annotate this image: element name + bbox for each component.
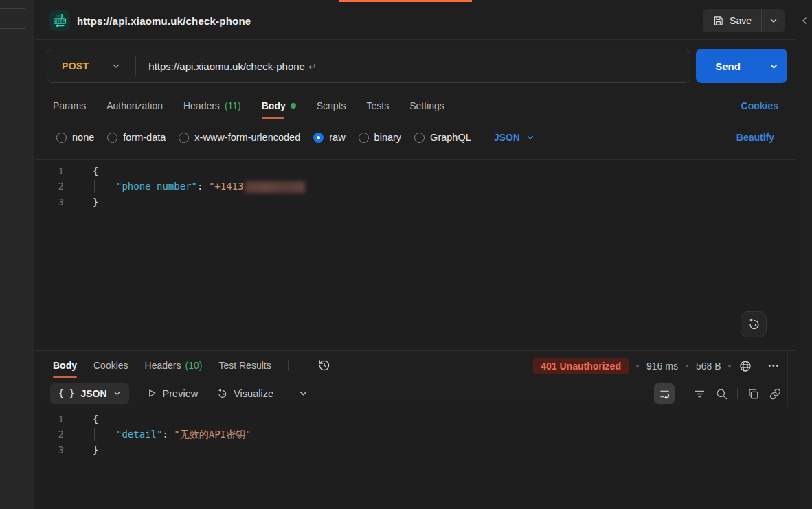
- search-icon: [715, 387, 728, 400]
- status-badge[interactable]: 401 Unauthorized: [533, 358, 629, 374]
- method-selector[interactable]: POST: [47, 60, 135, 71]
- code-line: 2 "phone_number": "+1413: [35, 179, 796, 194]
- chevron-down-icon: [299, 389, 308, 398]
- copy-button[interactable]: [747, 387, 760, 400]
- right-sidebar-rail: [796, 0, 812, 509]
- line-number: 3: [35, 194, 74, 210]
- dot-separator: [636, 365, 639, 367]
- tab-authorization[interactable]: Authorization: [106, 91, 163, 120]
- history-clock-icon: [317, 359, 331, 372]
- radio-icon: [414, 133, 425, 143]
- response-header: Body Cookies Headers(10) Test Results 40…: [35, 350, 796, 380]
- send-split-button: Send: [696, 49, 787, 83]
- globe-icon: [738, 359, 752, 373]
- http-request-icon: HTTP: [49, 10, 70, 31]
- link-icon: [769, 387, 782, 400]
- request-url-row: POST https://api.xiaomu.uk/check-phone↵ …: [35, 49, 796, 83]
- tab-params[interactable]: Params: [53, 91, 86, 120]
- filter-icon: [693, 387, 706, 400]
- url-input[interactable]: https://api.xiaomu.uk/check-phone↵: [136, 60, 316, 72]
- search-button[interactable]: [715, 387, 728, 400]
- line-number: 1: [35, 411, 74, 427]
- response-tab-body[interactable]: Body: [53, 351, 77, 380]
- app-window: HTTP https://api.xiaomu.uk/check-phone S…: [0, 0, 812, 509]
- radio-selected-icon: [313, 133, 324, 143]
- send-options-button[interactable]: [760, 49, 787, 83]
- tab-tests[interactable]: Tests: [367, 91, 390, 120]
- request-pane: HTTP https://api.xiaomu.uk/check-phone S…: [35, 0, 796, 509]
- chevron-down-icon: [769, 62, 778, 71]
- chevron-down-icon: [769, 16, 778, 25]
- network-info-button[interactable]: [738, 359, 752, 373]
- sidebar-partial-item[interactable]: [0, 8, 27, 29]
- divider: [737, 388, 738, 399]
- body-type-selector: none form-data x-www-form-urlencoded raw…: [35, 124, 796, 151]
- body-type-urlencoded[interactable]: x-www-form-urlencoded: [179, 132, 300, 143]
- save-icon: [712, 15, 724, 27]
- active-workspace-tab-indicator: [339, 0, 472, 2]
- tab-body[interactable]: Body: [262, 91, 296, 120]
- response-meta: 401 Unauthorized 916 ms 568 B •••: [533, 351, 780, 381]
- divider: [288, 360, 289, 371]
- tab-scripts[interactable]: Scripts: [317, 91, 346, 120]
- filter-button[interactable]: [693, 387, 706, 400]
- divider: [760, 361, 760, 372]
- response-tabs: Body Cookies Headers(10) Test Results: [35, 351, 331, 380]
- save-options-button[interactable]: [761, 9, 785, 32]
- response-tab-test-results[interactable]: Test Results: [218, 351, 271, 380]
- body-type-none[interactable]: none: [56, 132, 94, 143]
- response-toolbar: { } JSON Preview Visualize: [35, 380, 796, 407]
- divider: [684, 388, 684, 399]
- response-body-editor[interactable]: 1 { 2 "detail": "无效的API密钥" 3 }: [35, 407, 796, 509]
- response-format-selector[interactable]: { } JSON: [50, 383, 129, 404]
- indent-guide: [94, 180, 95, 193]
- body-type-binary[interactable]: binary: [359, 132, 402, 143]
- save-button-label: Save: [730, 15, 752, 26]
- body-modified-dot: [291, 103, 296, 109]
- line-number: 2: [35, 179, 74, 194]
- body-type-graphql[interactable]: GraphQL: [414, 132, 471, 143]
- tab-settings[interactable]: Settings: [409, 91, 444, 120]
- save-button[interactable]: Save: [703, 9, 761, 32]
- wrap-text-icon: [659, 388, 670, 400]
- code-line: 3 }: [35, 194, 796, 210]
- response-size[interactable]: 568 B: [696, 361, 721, 372]
- request-body-editor[interactable]: 1 { 2 "phone_number": "+1413 3 }: [35, 159, 796, 350]
- body-type-raw[interactable]: raw: [313, 132, 345, 143]
- request-tabs: Params Authorization Headers(11) Body Sc…: [35, 91, 796, 120]
- code-line: 2 "detail": "无效的API密钥": [35, 427, 796, 442]
- response-tab-cookies[interactable]: Cookies: [93, 351, 128, 380]
- play-icon: [147, 388, 157, 398]
- collapse-panel-arrow-icon[interactable]: [800, 16, 809, 25]
- chevron-down-icon: [112, 62, 120, 70]
- line-number: 1: [35, 163, 74, 179]
- body-type-form-data[interactable]: form-data: [107, 132, 166, 143]
- code-line: 3 }: [35, 442, 796, 457]
- preview-button[interactable]: Preview: [147, 388, 199, 399]
- request-title: https://api.xiaomu.uk/check-phone: [77, 15, 251, 27]
- beautify-link[interactable]: Beautify: [736, 124, 774, 151]
- wrap-text-button[interactable]: [654, 383, 675, 404]
- return-key-icon: ↵: [305, 61, 317, 72]
- copy-icon: [747, 387, 760, 400]
- method-label: POST: [62, 60, 89, 71]
- request-header: HTTP https://api.xiaomu.uk/check-phone S…: [35, 2, 796, 40]
- postbot-button[interactable]: [741, 311, 767, 337]
- url-input-box: POST https://api.xiaomu.uk/check-phone↵: [47, 49, 690, 83]
- line-number: 2: [35, 427, 74, 442]
- more-options-button[interactable]: •••: [768, 362, 780, 370]
- cookies-link[interactable]: Cookies: [741, 91, 778, 120]
- chevron-down-icon: [526, 133, 534, 142]
- response-time[interactable]: 916 ms: [646, 361, 678, 372]
- tab-headers[interactable]: Headers(11): [183, 91, 241, 120]
- response-history-button[interactable]: [317, 359, 331, 372]
- response-tab-headers[interactable]: Headers(10): [145, 351, 203, 380]
- link-button[interactable]: [769, 387, 782, 400]
- format-options-button[interactable]: [299, 389, 308, 398]
- chevron-down-icon: [113, 389, 121, 397]
- braces-icon: { }: [58, 388, 74, 398]
- visualize-button[interactable]: Visualize: [216, 387, 273, 400]
- visualize-sparkle-icon: [216, 387, 228, 400]
- send-button[interactable]: Send: [696, 49, 760, 83]
- raw-format-selector[interactable]: JSON: [494, 132, 534, 143]
